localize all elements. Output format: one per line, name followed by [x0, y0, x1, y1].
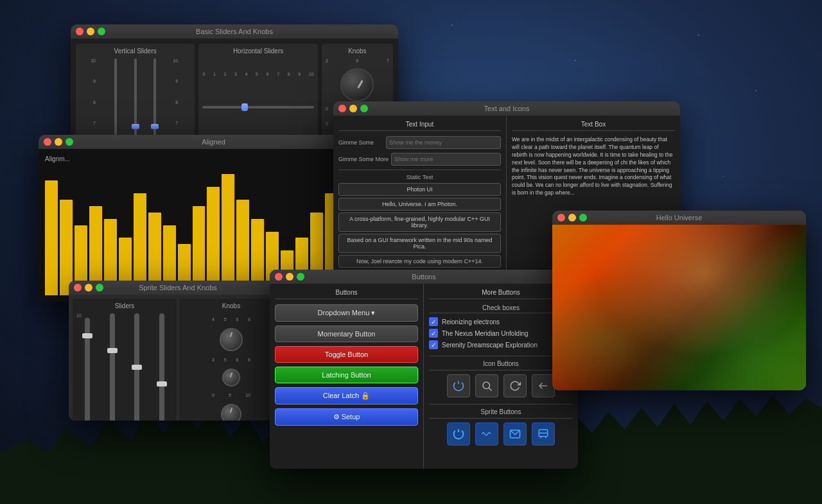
sprite-knob-scale-3: 0510	[212, 393, 250, 397]
sprite-knobs-label: Knobs	[183, 302, 279, 309]
sprite-thumb-1[interactable]	[82, 333, 92, 338]
sprite-track-3[interactable]	[134, 313, 139, 421]
close-button[interactable]	[275, 273, 283, 281]
sprite-sliders-section: Sliders 10 0	[73, 299, 177, 421]
maximize-button[interactable]	[98, 28, 105, 35]
icon-buttons-section: Icon Buttons	[429, 360, 573, 397]
sprite-knob-1[interactable]	[220, 328, 243, 351]
checkbox-3[interactable]: ✓	[429, 340, 438, 349]
sprite-knob-scale-1: 4568	[212, 317, 250, 322]
checkbox-item-1[interactable]: ✓ Reionizing electrons	[429, 317, 573, 326]
minimize-button[interactable]	[568, 214, 576, 222]
divider-sprite-btns	[429, 404, 573, 404]
static-text-2: Hello, Universe. I am Photon.	[338, 198, 501, 211]
text-box-title: Text Box	[512, 121, 675, 131]
sprite-vslider-2[interactable]	[101, 313, 124, 421]
sprite-mail-icon	[509, 428, 521, 440]
sprite-knobs-section: Knobs 4568 3568 0510	[179, 299, 283, 421]
static-text-4: Based on a GUI framework written in the …	[338, 234, 501, 253]
universe-overlay	[552, 225, 806, 390]
window-title-aligned: Aligned	[202, 138, 225, 146]
sprite-thumb-4[interactable]	[157, 381, 167, 387]
power-icon-button[interactable]	[447, 374, 470, 397]
close-button[interactable]	[74, 284, 82, 291]
sprite-vslider-4[interactable]	[151, 313, 173, 421]
icon-btn-row	[429, 374, 573, 397]
input-row-2: Gimme Some More	[338, 153, 501, 166]
refresh-icon-button[interactable]	[503, 374, 527, 397]
sprite-sliders-window: Sprite Sliders And Knobs Sliders 10 0	[69, 281, 287, 421]
maximize-button[interactable]	[297, 273, 304, 281]
checkbox-item-3[interactable]: ✓ Serenity Dreamscape Exploration	[429, 340, 573, 349]
buttons-left-panel: Buttons Dropdown Menu ▾ Momentary Button…	[270, 284, 424, 469]
sprite-thumb-2[interactable]	[107, 348, 118, 353]
close-button[interactable]	[338, 105, 346, 112]
maximize-button[interactable]	[96, 284, 103, 291]
close-button[interactable]	[44, 138, 51, 146]
minimize-button[interactable]	[349, 105, 357, 112]
sprite-track-1[interactable]	[85, 318, 90, 421]
latch-button[interactable]: Latching Button	[275, 367, 418, 383]
dropdown-button[interactable]: Dropdown Menu ▾	[275, 304, 418, 322]
window-title-text: Text and Icons	[484, 105, 530, 112]
checkbox-1[interactable]: ✓	[429, 317, 438, 326]
sprite-track-2[interactable]	[110, 313, 115, 421]
power-icon	[453, 380, 464, 392]
hslider-thumb-1[interactable]	[241, 103, 248, 111]
checkbox-label-3: Serenity Dreamscape Exploration	[442, 342, 538, 349]
close-button[interactable]	[557, 214, 565, 222]
buttons-content: Buttons Dropdown Menu ▾ Momentary Button…	[270, 284, 578, 469]
sprite-knob-3[interactable]	[221, 404, 241, 421]
minimize-button[interactable]	[286, 273, 293, 281]
maximize-button[interactable]	[360, 105, 368, 112]
sprite-mail-button[interactable]	[503, 422, 527, 446]
universe-window: Hello Universe	[552, 211, 806, 390]
hslider-scale: 012345678910	[202, 72, 313, 76]
sprite-knob-2[interactable]	[222, 369, 240, 387]
maximize-button[interactable]	[66, 138, 73, 146]
sprite-knob-scale-2: 3568	[212, 358, 250, 362]
search-icon	[481, 380, 493, 392]
hslider-1[interactable]	[202, 106, 313, 109]
sprite-wave-icon	[481, 428, 493, 440]
traffic-lights-aligned	[44, 138, 73, 146]
text-box-content: We are in the midst of an intergalactic …	[512, 136, 675, 197]
text-input-2[interactable]	[391, 153, 501, 166]
sprite-wave-button[interactable]	[475, 422, 498, 446]
back-icon-button[interactable]	[532, 374, 555, 397]
more-buttons-title: More Buttons	[429, 289, 573, 299]
sprite-btn-row	[429, 422, 573, 446]
sprite-thumb-3[interactable]	[132, 365, 142, 370]
minimize-button[interactable]	[85, 284, 92, 291]
clear-latch-button[interactable]: Clear Latch 🔒	[275, 387, 418, 404]
traffic-lights-text	[338, 105, 368, 112]
sprite-vslider-1[interactable]: 10 0	[76, 313, 99, 421]
sprite-knobs-container: 4568 3568 0510	[183, 313, 279, 421]
setup-button[interactable]: ⚙ Setup	[275, 408, 418, 426]
titlebar-buttons: Buttons	[270, 270, 578, 284]
text-input-1[interactable]	[386, 136, 501, 149]
knobs-title: Knobs	[326, 48, 389, 55]
search-icon-button[interactable]	[475, 374, 498, 397]
vslider-thumb-2[interactable]	[132, 124, 139, 129]
checkbox-item-2[interactable]: ✓ The Nexus Meridian Unfolding	[429, 329, 573, 338]
static-text-1: Photon UI	[338, 183, 501, 196]
toggle-button[interactable]: Toggle Button	[275, 346, 418, 363]
knob-1[interactable]	[340, 68, 374, 101]
momentary-button[interactable]: Momentary Button	[275, 326, 418, 342]
sprite-vslider-3[interactable]	[126, 313, 148, 421]
maximize-button[interactable]	[579, 214, 587, 222]
checkbox-2[interactable]: ✓	[429, 329, 438, 338]
sprite-track-4[interactable]	[159, 313, 164, 421]
minimize-button[interactable]	[55, 138, 62, 146]
sprite-bus-button[interactable]	[532, 422, 555, 446]
window-title-sprite: Sprite Sliders And Knobs	[139, 284, 217, 291]
checkboxes-section: Check boxes ✓ Reionizing electrons ✓ The…	[429, 304, 573, 349]
vslider-thumb-3[interactable]	[151, 124, 159, 129]
sprite-power-button[interactable]	[447, 422, 470, 446]
minimize-button[interactable]	[87, 28, 94, 35]
sprite-content: Sliders 10 0	[69, 295, 287, 421]
traffic-lights-sliders	[76, 28, 105, 35]
close-button[interactable]	[76, 28, 83, 35]
checkbox-label-2: The Nexus Meridian Unfolding	[442, 330, 529, 337]
